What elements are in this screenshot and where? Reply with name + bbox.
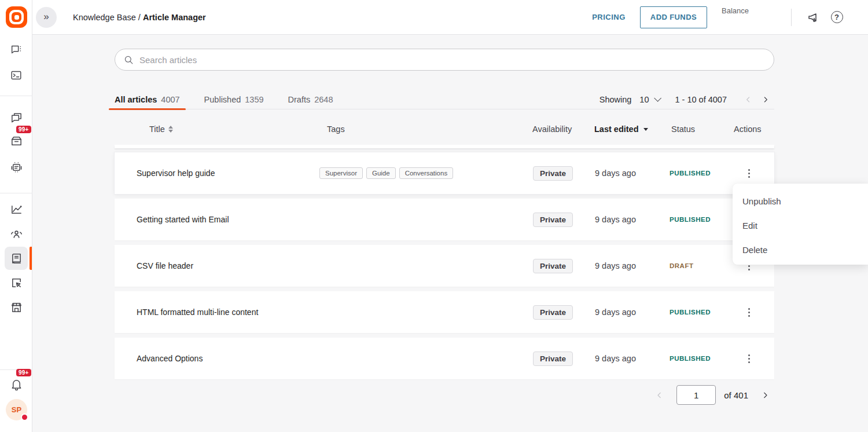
chart-icon [10, 203, 23, 216]
column-header-title[interactable]: Title [115, 125, 312, 134]
page-size-dropdown[interactable]: 10 [639, 95, 659, 104]
article-last-edited: 9 days ago [582, 307, 663, 317]
tab-published[interactable]: Published1359 [204, 90, 264, 109]
article-row[interactable]: Getting started with Email Private 9 day… [115, 199, 774, 240]
notifications-badge: 99+ [16, 369, 31, 376]
article-actions [723, 350, 774, 368]
column-header-tags: Tags [312, 125, 521, 134]
sort-icon [168, 126, 173, 133]
page-number-input[interactable] [676, 385, 716, 405]
chevron-down-icon [654, 94, 661, 102]
kebab-menu-button[interactable] [742, 350, 756, 368]
list-controls: Showing 10 1 - 10 of 4007 [599, 95, 774, 104]
article-last-edited: 9 days ago [582, 354, 663, 363]
online-status-dot [21, 413, 28, 421]
sidebar-divider [0, 96, 32, 96]
kebab-menu-button[interactable] [742, 164, 756, 182]
tab-all-articles[interactable]: All articles4007 [115, 90, 180, 109]
kebab-menu-button[interactable] [742, 303, 756, 321]
chevron-left-icon [744, 95, 753, 104]
next-page-button[interactable] [757, 95, 774, 104]
tab-count: 1359 [245, 95, 263, 104]
availability-chip: Private [533, 259, 573, 273]
column-header-availability: Availability [521, 125, 582, 134]
article-status: PUBLISHED [663, 309, 723, 316]
tickets-badge: 99+ [16, 126, 31, 133]
topbar-right: PRICING ADD FUNDS Balance ? [592, 0, 868, 34]
table-header: Title Tags Availability Last edited Stat… [115, 120, 774, 138]
sidebar-item-team[interactable] [5, 222, 28, 246]
top-bar: » Knowledge Base / Article Manager PRICI… [32, 0, 868, 35]
breadcrumb: Knowledge Base / Article Manager [73, 13, 206, 22]
user-avatar[interactable]: SP [6, 399, 27, 420]
inbox-icon [10, 134, 23, 148]
article-availability: Private [521, 166, 582, 181]
sidebar-item-campaigns[interactable] [5, 271, 28, 294]
breadcrumb-section: Knowledge Base [73, 13, 136, 22]
article-row[interactable]: CSV file header Private 9 days ago DRAFT [115, 245, 774, 287]
header-divider [791, 9, 792, 26]
availability-chip: Private [533, 352, 573, 366]
sidebar: 99+ [0, 0, 32, 432]
article-row[interactable]: HTML formatted multi-line content Privat… [115, 291, 774, 333]
article-availability: Private [521, 259, 582, 273]
column-header-last-edited[interactable]: Last edited [582, 125, 663, 134]
brand-logo-icon[interactable] [6, 6, 27, 28]
team-icon [10, 228, 23, 241]
article-title: Supervisor help guide [115, 169, 312, 178]
flag-cursor-icon [10, 276, 23, 290]
pricing-link[interactable]: PRICING [592, 13, 626, 21]
menu-item-edit[interactable]: Edit [733, 213, 868, 237]
sidebar-item-bots[interactable] [5, 155, 28, 178]
column-header-actions: Actions [723, 125, 774, 134]
sidebar-divider [0, 193, 32, 193]
sort-desc-icon [643, 128, 648, 131]
article-tags: SupervisorGuideConversations [312, 167, 521, 179]
next-page-button-bottom[interactable] [756, 390, 774, 400]
search-bar [115, 49, 774, 71]
active-indicator [30, 247, 32, 270]
tabs-row: All articles4007 Published1359 Drafts264… [115, 90, 774, 109]
tab-drafts[interactable]: Drafts2648 [288, 90, 333, 109]
announcements-button[interactable] [802, 6, 825, 29]
sidebar-item-knowledge-base[interactable] [5, 247, 28, 270]
tab-count: 2648 [314, 95, 333, 104]
article-last-edited: 9 days ago [582, 261, 663, 270]
duplicate-chats-icon [10, 111, 23, 125]
article-actions [723, 164, 774, 182]
sidebar-item-reports[interactable] [5, 197, 28, 221]
availability-chip: Private [533, 213, 573, 227]
store-icon [10, 301, 23, 314]
menu-item-unpublish[interactable]: Unpublish [733, 189, 868, 213]
sidebar-item-notifications[interactable]: 99+ [5, 372, 28, 396]
showing-label: Showing [599, 95, 632, 104]
prev-page-button[interactable] [740, 95, 757, 104]
sidebar-collapse-button[interactable]: » [36, 7, 57, 28]
availability-chip: Private [533, 166, 573, 181]
search-input[interactable] [115, 49, 774, 71]
add-funds-button[interactable]: ADD FUNDS [640, 6, 707, 28]
help-button[interactable]: ? [825, 6, 848, 29]
sidebar-item-marketplace[interactable] [5, 295, 28, 318]
article-row[interactable]: Supervisor help guide SupervisorGuideCon… [115, 152, 774, 194]
availability-chip: Private [533, 305, 573, 320]
double-chevron-icon: » [43, 11, 49, 23]
column-header-status: Status [663, 125, 723, 134]
chevron-left-icon [654, 390, 664, 400]
article-row[interactable]: Advanced Options Private 9 days ago PUBL… [115, 338, 774, 379]
menu-item-delete[interactable]: Delete [733, 237, 868, 262]
prev-page-button-bottom[interactable] [650, 390, 668, 400]
robot-icon [10, 160, 23, 174]
question-mark-icon: ? [831, 11, 843, 23]
sidebar-item-chats[interactable] [5, 38, 28, 61]
article-availability: Private [521, 352, 582, 366]
chat-dots-icon [10, 43, 23, 56]
sidebar-item-tickets[interactable]: 99+ [5, 129, 28, 152]
page-total-label: of 401 [724, 390, 748, 400]
article-title: Getting started with Email [115, 215, 312, 224]
avatar-initials: SP [12, 405, 21, 414]
article-availability: Private [521, 305, 582, 320]
sidebar-item-console[interactable] [5, 64, 28, 87]
tag-chip: Supervisor [319, 167, 363, 179]
article-availability: Private [521, 213, 582, 227]
